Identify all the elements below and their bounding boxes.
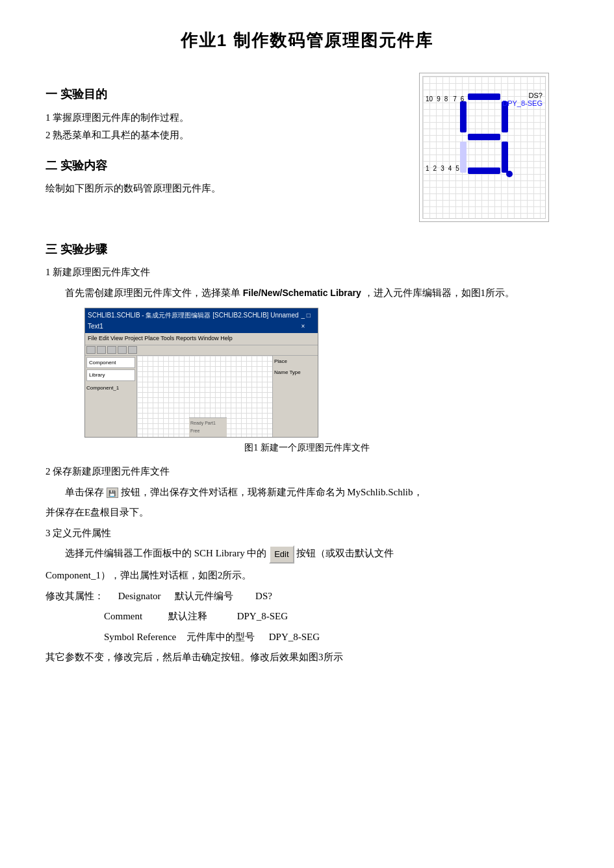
- pin-label: 7: [453, 93, 457, 105]
- step-3-num: 3: [45, 528, 53, 538]
- fig-body: Component Library Component_1 Ready Part…: [85, 356, 318, 438]
- page-title: 作业1 制作数码管原理图元件库: [45, 26, 569, 55]
- svg-rect-5: [502, 142, 508, 173]
- pin-label: 10: [426, 93, 433, 105]
- pin-label-bot: 4: [448, 163, 452, 174]
- fig-titlebar: SCHLIB1.SCHLIB - 集成元件原理图编辑器 [SCHLIB2.SCH…: [85, 308, 318, 333]
- fig-panel-tab-component[interactable]: Component: [86, 357, 135, 369]
- section-1-with-image: 一 实验目的 1 掌握原理图元件库的制作过程。 2 熟悉菜单和工具栏的基本使用。…: [45, 73, 569, 228]
- step-1-title: 新建原理图元件库文件: [53, 267, 150, 277]
- attr-label-text: 修改其属性：: [45, 591, 104, 601]
- toolbar-btn[interactable]: [118, 346, 127, 354]
- step-1-body: 首先需创建原理图元件库文件，选择菜单 File/New/Schematic Li…: [65, 285, 569, 302]
- step-1-num: 1: [45, 267, 53, 277]
- attr-desc-1: 默认元件编号: [175, 591, 233, 601]
- fig-menu: File Edit View Project Place Tools Repor…: [85, 333, 318, 345]
- svg-rect-6: [468, 167, 500, 174]
- pin-label: 6: [461, 93, 465, 105]
- step-3: 3 定义元件属性: [45, 525, 569, 542]
- attr-key-3: Symbol Reference: [104, 632, 176, 642]
- pin-label-bot: 3: [441, 163, 444, 174]
- fig-title-text: SCHLIB1.SCHLIB - 集成元件原理图编辑器 [SCHLIB2.SCH…: [88, 310, 301, 332]
- svg-rect-3: [468, 134, 500, 140]
- section-1-text: 一 实验目的 1 掌握原理图元件库的制作过程。 2 熟悉菜单和工具栏的基本使用。…: [45, 73, 407, 201]
- pin-label-bot: 1: [426, 163, 429, 174]
- fig-toolbar: [85, 345, 318, 356]
- section-2-heading: 二 实验内容: [45, 156, 407, 176]
- step-3-text3: Component_1），弹出属性对话框，如图2所示。: [45, 570, 252, 580]
- toolbar-btn[interactable]: [97, 346, 106, 354]
- section-1-heading: 一 实验目的: [45, 84, 407, 105]
- section-3-heading: 三 实验步骤: [45, 240, 569, 260]
- pin-label-bot: 2: [433, 163, 437, 174]
- fig-right-label2: Name Type: [273, 367, 318, 378]
- display-label-dpy: DPY_8-SEG: [502, 97, 543, 110]
- svg-rect-1: [460, 101, 467, 132]
- step-3-text2: 按钮（或双击默认文件: [296, 549, 394, 559]
- toolbar-btn[interactable]: [128, 346, 137, 354]
- attr-value-1: DS?: [255, 591, 272, 601]
- fig-right-label: Place: [273, 356, 318, 367]
- attr-row-3: Symbol Reference 元件库中的型号 DPY_8-SEG: [84, 629, 569, 646]
- step-1-body2: ，进入元件库编辑器，如图1所示。: [364, 288, 515, 298]
- step-3-title: 定义元件属性: [53, 528, 111, 538]
- figure-1-caption: 图1 新建一个原理图元件库文件: [45, 440, 569, 456]
- pin-label: 9: [437, 93, 441, 105]
- objective-1: 1 掌握原理图元件库的制作过程。: [45, 110, 407, 127]
- toolbar-btn[interactable]: [86, 346, 96, 354]
- section-2-text: 绘制如下图所示的数码管原理图元件库。: [45, 180, 407, 197]
- save-icon[interactable]: 💾: [107, 488, 118, 498]
- attr-key-1: Designator: [118, 591, 161, 601]
- step-3-text1: 选择元件编辑器工作面板中的 SCH Library 中的: [65, 549, 266, 559]
- step-2-body: 单击保存 💾 按钮，弹出保存文件对话框，现将新建元件库命名为 MySchlib.…: [65, 484, 569, 501]
- attr-value-2: DPY_8-SEG: [237, 611, 288, 621]
- step-3-body2: Component_1），弹出属性对话框，如图2所示。: [45, 567, 569, 584]
- attr-footer: 其它参数不变，修改完后，然后单击确定按钮。修改后效果如图3所示: [45, 649, 569, 666]
- fig-status: Ready Part1 Free: [189, 418, 227, 436]
- seven-segment-display: 10 9 8 7 6 DS? DPY_8-SEG: [419, 73, 569, 228]
- step-3-body: 选择元件编辑器工作面板中的 SCH Library 中的 Edit 按钮（或双击…: [65, 545, 569, 564]
- step-2-text1: 单击保存: [65, 487, 104, 497]
- attr-value-3: DPY_8-SEG: [269, 632, 320, 642]
- step-2-text3: 并保存在E盘根目录下。: [45, 507, 149, 517]
- step-2-text2: 按钮，弹出保存文件对话框，现将新建元件库命名为 MySchlib.Schlib，: [121, 487, 423, 497]
- attributes-label: 修改其属性： Designator 默认元件编号 DS?: [45, 588, 569, 605]
- fig-left-panel: Component Library Component_1: [85, 356, 137, 438]
- fig-bottom-panel: Ready Part1 Free: [189, 417, 227, 437]
- attr-row-2: Comment 默认注释 DPY_8-SEG: [84, 608, 569, 625]
- attr-key-2: Comment: [104, 611, 142, 621]
- menu-path: File/New/Schematic Library: [243, 288, 361, 298]
- svg-rect-0: [468, 93, 500, 100]
- fig-component-item: Component_1: [86, 384, 135, 393]
- fig-panel-tab-library[interactable]: Library: [86, 369, 135, 381]
- pin-label: 8: [444, 93, 448, 105]
- objective-2: 2 熟悉菜单和工具栏的基本使用。: [45, 127, 407, 144]
- step-2-num: 2: [45, 466, 53, 477]
- pin-label-bot: 5: [455, 163, 459, 174]
- svg-point-7: [506, 171, 513, 177]
- attr-desc-2: 默认注释: [168, 611, 207, 621]
- svg-rect-4: [460, 142, 467, 173]
- toolbar-btn[interactable]: [107, 346, 116, 354]
- fig-main-area: Ready Part1 Free: [137, 356, 272, 438]
- figure-1-box: SCHLIB1.SCHLIB - 集成元件原理图编辑器 [SCHLIB2.SCH…: [84, 308, 318, 438]
- step-1: 1 新建原理图元件库文件: [45, 264, 569, 281]
- step-2-title: 保存新建原理图元件库文件: [53, 466, 170, 477]
- step-2-body2: 并保存在E盘根目录下。: [45, 504, 569, 521]
- fig-close-btns: _ □ ×: [301, 310, 315, 332]
- attr-desc-3: 元件库中的型号: [186, 632, 255, 642]
- step-2: 2 保存新建原理图元件库文件: [45, 464, 569, 480]
- edit-button[interactable]: Edit: [269, 545, 294, 564]
- fig-right-panel: Place Name Type: [272, 356, 318, 438]
- step-1-body-text: 首先需创建原理图元件库文件，选择菜单: [65, 288, 240, 298]
